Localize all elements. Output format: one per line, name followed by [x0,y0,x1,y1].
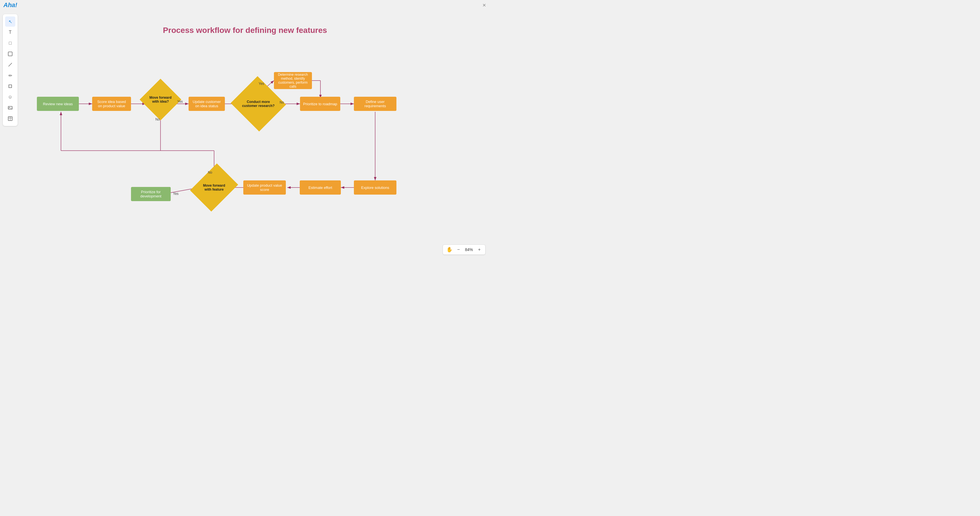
diagram-title: Process workflow for defining new featur… [0,26,490,35]
node-prioritize-development[interactable]: Prioritize for development [131,187,171,201]
node-prioritize-roadmap[interactable]: Prioritize to roadmap [300,97,340,111]
node-score-idea[interactable]: Score idea based on product value [92,97,131,111]
node-define-requirements[interactable]: Define user requirements [354,97,396,111]
node-explore-solutions[interactable]: Explore solutions [354,180,396,194]
node-move-forward-feature[interactable]: Move forward with feature [199,169,229,207]
node-estimate-effort[interactable]: Estimate effort [300,180,341,194]
label-no-1: No [280,100,284,104]
label-yes-2: Yes [259,82,264,86]
node-update-value-score[interactable]: Update product value score [243,180,286,194]
node-conduct-research[interactable]: Conduct more customer research? [238,85,278,123]
label-no-3: No [155,118,160,121]
arrows-layer [0,10,490,258]
node-review-new-ideas[interactable]: Review new ideas [37,97,79,111]
app-logo: Aha! [3,2,17,9]
label-yes-3: Yes [173,192,179,196]
node-determine-research[interactable]: Determine research method, identify cust… [274,72,312,89]
bottom-bar: ✋ − 84% + [443,245,485,255]
zoom-level: 84% [463,247,475,252]
canvas: Process workflow for defining new featur… [0,10,490,258]
close-button[interactable]: ✕ [482,3,486,8]
node-update-customer[interactable]: Update customer on idea status [189,97,225,111]
zoom-out-button[interactable]: − [456,247,461,252]
titlebar: Aha! ✕ [0,0,490,10]
label-no-2: No [208,170,212,174]
label-yes-1: Yes [177,100,183,104]
node-move-forward-idea[interactable]: Move forward with idea? [146,85,175,114]
zoom-in-button[interactable]: + [477,247,482,252]
hand-icon[interactable]: ✋ [446,247,453,253]
